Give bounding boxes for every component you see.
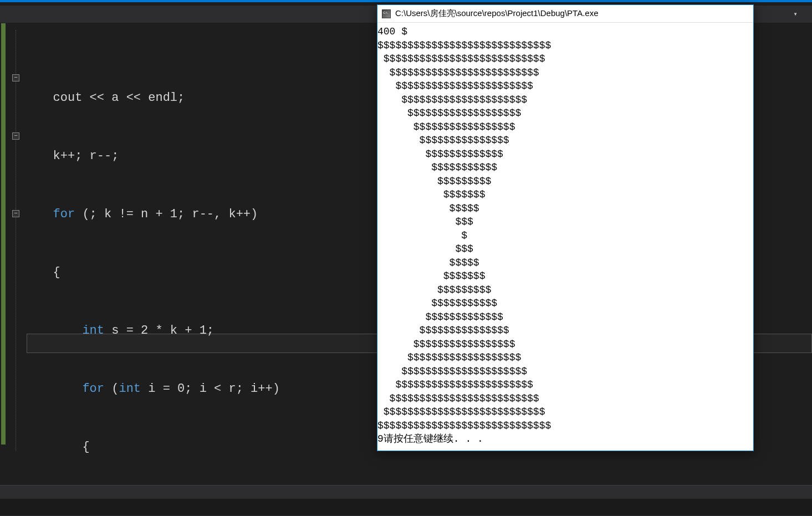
code-text: cout << a << endl; [53,91,185,105]
status-bar [0,499,812,515]
console-window[interactable]: C:\Users\房佳亮\source\repos\Project1\Debug… [377,4,754,451]
console-titlebar[interactable]: C:\Users\房佳亮\source\repos\Project1\Debug… [377,5,753,23]
code-text: { [82,440,89,454]
code-text: k++; r--; [53,149,119,163]
keyword-int: int [82,324,104,338]
console-output[interactable]: 400 $ $$$$$$$$$$$$$$$$$$$$$$$$$$$$$ $$$$… [377,23,753,451]
fold-column: − − − [12,23,22,478]
keyword-for: for [53,207,75,221]
tab-dropdown-icon[interactable]: ▾ [790,9,801,20]
keyword-int: int [119,382,141,396]
code-text: i = 0; i < r; i++) [141,382,280,396]
console-app-icon [382,9,391,18]
editor-gutter: − − − [0,23,27,478]
fold-guide-line [16,30,16,451]
console-shape-output: $$$$$$$$$$$$$$$$$$$$$$$$$$$$$ $$$$$$$$$$… [377,40,551,431]
code-text: ( [104,382,119,396]
fold-toggle-icon[interactable]: − [12,132,19,140]
change-tracking-bar [1,23,6,445]
console-pause-prompt: 请按任意键继续. . . [384,433,483,445]
fold-toggle-icon[interactable]: − [12,210,19,217]
console-title-text: C:\Users\房佳亮\source\repos\Project1\Debug… [395,8,599,19]
console-input-echo: 400 $ [377,26,407,37]
keyword-for: for [82,382,104,396]
console-remainder: 9 [377,433,384,445]
fold-toggle-icon[interactable]: − [12,74,19,81]
status-bar-area [0,485,812,516]
code-text: s = 2 * k + 1; [104,324,214,338]
code-text: { [53,265,60,279]
code-text: (; k != n + 1; r--, k++) [75,207,258,221]
